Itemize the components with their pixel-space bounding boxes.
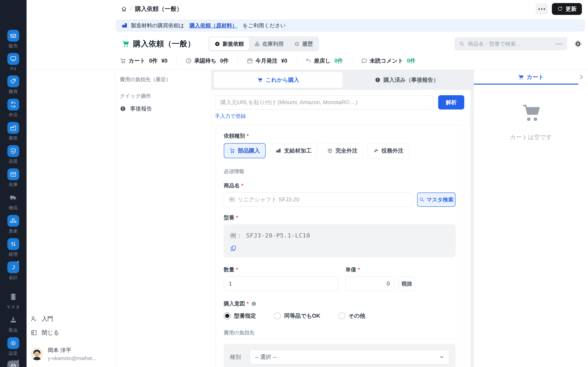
cost-kind-row: 種別 -- 選択 -- — [224, 344, 456, 367]
collapse-sidebar-link[interactable]: 閉じる — [31, 326, 112, 340]
plus-circle-icon — [215, 41, 220, 47]
rail-item-dev[interactable]: 開発 — [7, 360, 19, 367]
refresh-button[interactable]: 更新 — [552, 3, 582, 15]
model-number-box[interactable]: 例： SFJ3-20-P5.1-LC10 — [224, 225, 456, 257]
radio-icon — [274, 312, 281, 319]
rail-item-import[interactable]: 取込 — [7, 314, 19, 333]
stat-returned[interactable]: 差戻し 0件 — [305, 57, 343, 64]
type-parts-purchase[interactable]: 部品購入 — [224, 143, 266, 158]
product-name-input[interactable] — [228, 196, 408, 203]
segment-use-stock[interactable]: 在庫利用 — [249, 37, 289, 50]
request-type-options: 部品購入 支給材加工 — [224, 143, 456, 158]
product-search-input[interactable] — [467, 41, 553, 47]
rail-item-inventory[interactable]: 在庫 — [7, 168, 19, 187]
rail-item-finance[interactable]: 会計 — [7, 261, 19, 280]
settings-gear-icon[interactable] — [574, 40, 582, 48]
chevron-right-icon[interactable] — [578, 74, 584, 80]
rail-item-logistics[interactable]: 物流 — [7, 192, 19, 211]
rail-item-settings[interactable]: 設定 — [7, 337, 19, 356]
quantity-input[interactable] — [228, 280, 333, 287]
required-section-heading: 必須情報 — [224, 168, 456, 175]
assets-blocks-icon — [7, 215, 19, 227]
intent-equivalent-ok[interactable]: 同等品でもOK — [274, 312, 320, 319]
type-supplied-material[interactable]: 支給材加工 — [270, 143, 317, 158]
rail-item-outsourcing[interactable]: 外注 — [7, 99, 19, 118]
icon-rail: 販売 PJ 購買 外注 製造 — [0, 0, 26, 367]
type-full-outsource[interactable]: 完全外注 — [321, 143, 363, 158]
rail-item-manufacturing[interactable]: 製造 — [7, 122, 19, 141]
inventory-box-icon — [7, 168, 19, 180]
tab-already-purchased[interactable]: 購入済み（事後報告） — [343, 72, 471, 88]
cart-panel-title: カート — [527, 73, 544, 81]
rail-item-accounting[interactable]: 経理 — [7, 238, 19, 257]
intro-link[interactable]: 入門 — [31, 312, 112, 326]
purchase-intent-label: 購入意図 * — [224, 300, 456, 307]
import-tray-icon — [7, 314, 19, 326]
type-label: 完全外注 — [336, 147, 357, 154]
rail-item-label: 外注 — [9, 112, 18, 118]
sync-icon — [7, 99, 19, 110]
stat-label: 今月発注 — [255, 57, 277, 64]
info-circle-icon[interactable] — [251, 301, 256, 307]
stat-separator — [238, 57, 238, 65]
rail-item-procurement[interactable]: 購買 — [7, 75, 19, 94]
master-search-button[interactable]: マスタ検索 — [417, 192, 456, 207]
stat-unread-comments[interactable]: 未読コメント 0件 — [361, 57, 416, 64]
unit-price-input[interactable] — [350, 280, 390, 287]
banner-text-suffix: をご利用ください — [242, 22, 286, 29]
ellipsis-icon — [538, 8, 540, 10]
tab-buy-new[interactable]: これから購入 — [214, 72, 343, 88]
label-text: 単価 — [346, 266, 356, 273]
master-search-label: マスタ検索 — [426, 196, 453, 203]
type-label: 役務外注 — [381, 147, 403, 154]
stat-pending-approval[interactable]: 承認待ち 0件 — [186, 57, 229, 64]
stat-count: 0件 — [334, 57, 343, 64]
intent-exact-model[interactable]: 型番指定 — [224, 312, 256, 319]
segment-new-request[interactable]: 新規依頼 — [209, 37, 249, 50]
alert-circle-icon — [375, 77, 380, 83]
home-icon[interactable] — [121, 6, 127, 12]
tax-toggle-button[interactable]: 税抜 — [398, 276, 415, 291]
quick-item-report[interactable]: 事後報告 — [120, 105, 207, 112]
empty-cart-icon — [520, 102, 542, 124]
cost-kind-select[interactable]: -- 選択 -- — [250, 350, 449, 364]
more-options-button[interactable] — [536, 3, 548, 15]
stat-monthly-orders[interactable]: 今月発注 ¥0 — [247, 57, 287, 64]
clock-icon — [186, 58, 192, 64]
banner-link[interactable]: 購入依頼（原材料） — [190, 22, 237, 29]
stat-separator — [296, 57, 296, 65]
cart-icon — [518, 74, 524, 80]
label-text: 数量 — [224, 266, 234, 273]
stat-label: 差戻し — [314, 57, 331, 64]
required-mark: * — [241, 183, 243, 189]
parse-button[interactable]: 解析 — [438, 95, 464, 109]
copy-icon[interactable] — [230, 245, 237, 252]
rail-item-pj[interactable]: PJ — [7, 53, 19, 71]
breadcrumb-current: 購入依頼（一般） — [135, 5, 182, 13]
rail-item-label: 在庫 — [9, 182, 18, 187]
person-check-icon — [31, 316, 37, 322]
cart-panel-header[interactable]: カート — [474, 70, 588, 84]
manual-entry-link[interactable]: 手入力で登録 — [215, 113, 246, 119]
cart-icon — [120, 58, 126, 64]
model-number-label: 型番 * — [224, 214, 456, 221]
user-profile[interactable]: 岡本 洋平 y-okamoto@maihat... — [31, 347, 112, 361]
rail-item-assets[interactable]: 資産 — [7, 215, 19, 234]
rail-item-sales[interactable]: 販売 — [7, 30, 19, 49]
tab-label: 購入済み（事後報告） — [383, 76, 439, 83]
rail-item-quality[interactable]: 品質 — [7, 145, 19, 164]
rail-item-label: 物流 — [9, 205, 18, 211]
segment-label: 新規依頼 — [223, 40, 244, 48]
search-icon — [419, 197, 424, 202]
label-text: 商品名 — [224, 182, 240, 189]
segment-history[interactable]: 履歴 — [289, 37, 318, 50]
stat-cart[interactable]: カート 0件 ¥0 — [120, 57, 167, 64]
factory-icon — [276, 148, 281, 154]
quick-panel: 費用の負担先（最近） クイック操作 事後報告 — [115, 70, 211, 367]
stat-label: 承認待ち — [194, 57, 216, 64]
rail-item-label: PJ — [11, 66, 16, 71]
rail-item-master[interactable]: マスタ — [6, 291, 20, 310]
type-service-outsource[interactable]: 役務外注 — [367, 143, 409, 158]
purchase-url-input[interactable] — [220, 99, 429, 106]
intent-other[interactable]: その他 — [338, 312, 365, 319]
